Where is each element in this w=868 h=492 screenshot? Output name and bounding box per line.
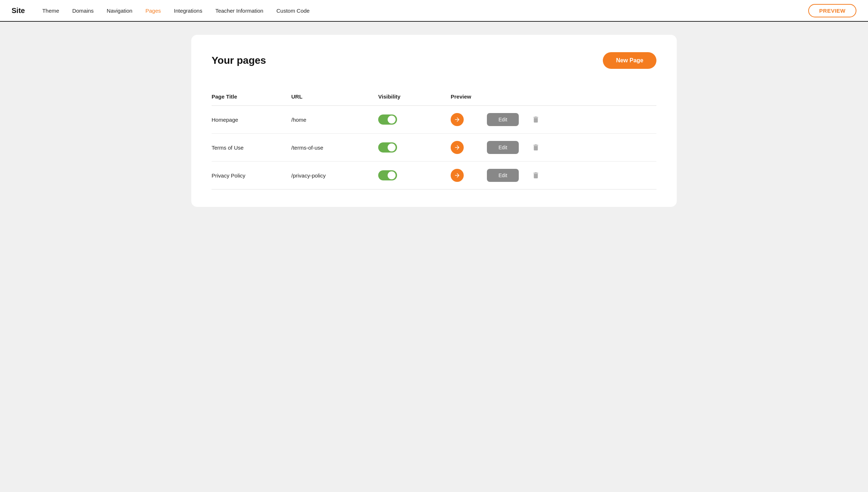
new-page-button[interactable]: New Page: [603, 52, 656, 69]
url-cell: /terms-of-use: [291, 134, 378, 162]
visibility-toggle[interactable]: [378, 142, 397, 153]
delete-icon[interactable]: [526, 116, 540, 124]
edit-button[interactable]: Edit: [487, 141, 519, 154]
preview-arrow-icon[interactable]: [451, 113, 464, 126]
visibility-toggle[interactable]: [378, 114, 397, 125]
nav-item-teacher-information[interactable]: Teacher Information: [215, 8, 263, 14]
preview-cell: [451, 134, 487, 162]
url-cell: /home: [291, 106, 378, 134]
actions-cell: Edit: [487, 106, 656, 134]
main-nav: ThemeDomainsNavigationPagesIntegrationsT…: [42, 8, 809, 14]
nav-item-integrations[interactable]: Integrations: [174, 8, 202, 14]
page-body: Your pages New Page Page Title URL Visib…: [0, 22, 868, 220]
col-preview: Preview: [451, 89, 487, 106]
nav-item-theme[interactable]: Theme: [42, 8, 59, 14]
actions-cell: Edit: [487, 162, 656, 189]
visibility-cell: [378, 106, 451, 134]
header: Site ThemeDomainsNavigationPagesIntegrat…: [0, 0, 868, 22]
edit-button[interactable]: Edit: [487, 113, 519, 126]
preview-button[interactable]: PREVIEW: [808, 4, 856, 17]
site-logo: Site: [12, 7, 25, 15]
col-actions-header: [487, 89, 656, 106]
delete-icon[interactable]: [526, 171, 540, 179]
delete-icon[interactable]: [526, 143, 540, 151]
actions-cell: Edit: [487, 134, 656, 162]
visibility-cell: [378, 162, 451, 189]
page-title-cell: Privacy Policy: [212, 162, 291, 189]
nav-item-pages[interactable]: Pages: [145, 8, 161, 14]
page-title-cell: Terms of Use: [212, 134, 291, 162]
nav-item-custom-code[interactable]: Custom Code: [276, 8, 310, 14]
preview-arrow-icon[interactable]: [451, 141, 464, 154]
main-card: Your pages New Page Page Title URL Visib…: [191, 35, 677, 207]
col-page-title: Page Title: [212, 89, 291, 106]
col-visibility: Visibility: [378, 89, 451, 106]
edit-button[interactable]: Edit: [487, 169, 519, 182]
col-url: URL: [291, 89, 378, 106]
url-cell: /privacy-policy: [291, 162, 378, 189]
table-row: Privacy Policy/privacy-policyEdit: [212, 162, 656, 189]
table-body: Homepage/homeEditTerms of Use/terms-of-u…: [212, 106, 656, 189]
preview-cell: [451, 162, 487, 189]
pages-table: Page Title URL Visibility Preview Homepa…: [212, 89, 656, 189]
preview-arrow-icon[interactable]: [451, 169, 464, 182]
visibility-cell: [378, 134, 451, 162]
nav-item-navigation[interactable]: Navigation: [107, 8, 133, 14]
table-row: Homepage/homeEdit: [212, 106, 656, 134]
visibility-toggle[interactable]: [378, 170, 397, 180]
preview-cell: [451, 106, 487, 134]
table-row: Terms of Use/terms-of-useEdit: [212, 134, 656, 162]
nav-item-domains[interactable]: Domains: [72, 8, 93, 14]
table-head: Page Title URL Visibility Preview: [212, 89, 656, 106]
card-header: Your pages New Page: [212, 52, 656, 69]
page-title-cell: Homepage: [212, 106, 291, 134]
page-title: Your pages: [212, 55, 266, 66]
